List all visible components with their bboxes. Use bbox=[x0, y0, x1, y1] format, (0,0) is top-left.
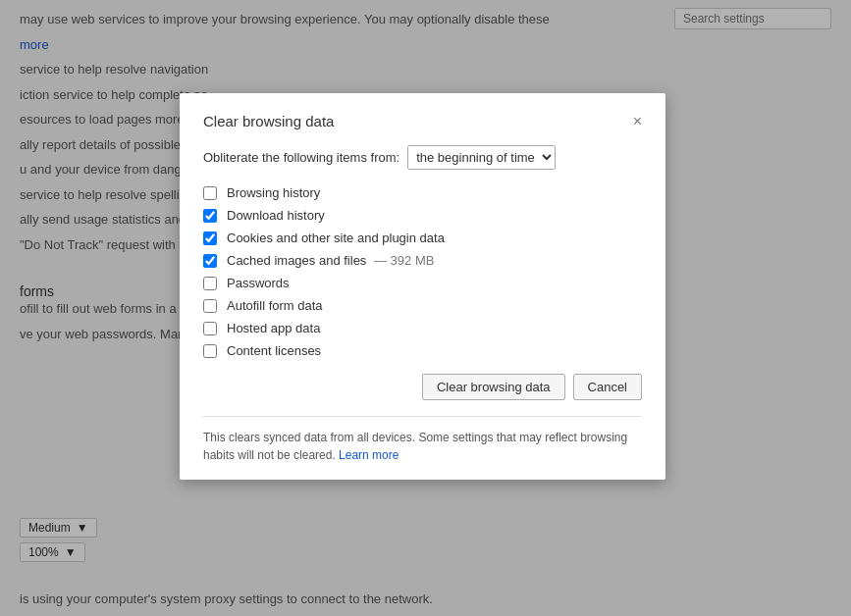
checkbox-browsing-history: Browsing history bbox=[203, 185, 642, 200]
time-select[interactable]: the beginning of time the past hour the … bbox=[407, 145, 556, 170]
clear-browsing-data-button[interactable]: Clear browsing data bbox=[422, 374, 565, 400]
dialog-header: Clear browsing data × bbox=[203, 113, 642, 129]
time-row: Obliterate the following items from: the… bbox=[203, 145, 642, 170]
cached-note: — 392 MB bbox=[374, 253, 434, 268]
close-button[interactable]: × bbox=[633, 114, 642, 129]
checkbox-hosted-app: Hosted app data bbox=[203, 321, 642, 335]
dialog-footer-buttons: Clear browsing data Cancel bbox=[203, 374, 642, 400]
checkbox-cached-images: Cached images and files — 392 MB bbox=[203, 253, 642, 268]
checkbox-autofill-input[interactable] bbox=[203, 299, 217, 313]
checkbox-cached-images-input[interactable] bbox=[203, 254, 217, 268]
checkbox-list: Browsing history Download history Cookie… bbox=[203, 185, 642, 358]
checkbox-cookies-label[interactable]: Cookies and other site and plugin data bbox=[227, 231, 445, 245]
info-text: This clears synced data from all devices… bbox=[203, 431, 627, 462]
checkbox-download-history: Download history bbox=[203, 208, 642, 223]
dialog-info: This clears synced data from all devices… bbox=[203, 416, 642, 464]
checkbox-content-licenses-label[interactable]: Content licenses bbox=[227, 343, 321, 358]
checkbox-download-history-label[interactable]: Download history bbox=[227, 208, 325, 223]
checkbox-browsing-history-label[interactable]: Browsing history bbox=[227, 185, 320, 200]
checkbox-hosted-app-input[interactable] bbox=[203, 322, 217, 335]
checkbox-content-licenses-input[interactable] bbox=[203, 344, 217, 358]
dialog-title: Clear browsing data bbox=[203, 113, 334, 129]
checkbox-content-licenses: Content licenses bbox=[203, 343, 642, 358]
checkbox-cookies: Cookies and other site and plugin data bbox=[203, 231, 642, 245]
checkbox-download-history-input[interactable] bbox=[203, 209, 217, 223]
checkbox-autofill: Autofill form data bbox=[203, 298, 642, 313]
checkbox-passwords-label[interactable]: Passwords bbox=[227, 276, 290, 290]
checkbox-browsing-history-input[interactable] bbox=[203, 186, 217, 200]
time-label: Obliterate the following items from: bbox=[203, 150, 399, 165]
checkbox-autofill-label[interactable]: Autofill form data bbox=[227, 298, 323, 313]
clear-browsing-data-dialog: Clear browsing data × Obliterate the fol… bbox=[180, 93, 665, 480]
checkbox-cookies-input[interactable] bbox=[203, 231, 217, 245]
checkbox-passwords: Passwords bbox=[203, 276, 642, 290]
checkbox-passwords-input[interactable] bbox=[203, 277, 217, 290]
checkbox-hosted-app-label[interactable]: Hosted app data bbox=[227, 321, 320, 335]
cancel-button[interactable]: Cancel bbox=[573, 374, 642, 400]
checkbox-cached-images-label[interactable]: Cached images and files — 392 MB bbox=[227, 253, 434, 268]
learn-more-link[interactable]: Learn more bbox=[339, 448, 399, 462]
